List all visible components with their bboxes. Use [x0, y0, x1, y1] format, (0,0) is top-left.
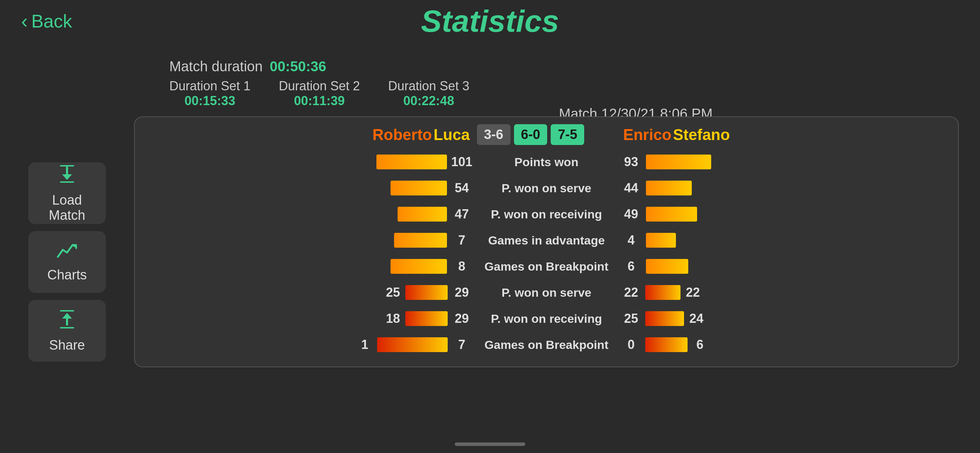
- left-val-pwserve: 54: [451, 181, 473, 196]
- label-pwreceive: P. won on receiving: [473, 207, 620, 221]
- right-bar-pwserve: [646, 181, 692, 196]
- set2-value: 00:11:39: [294, 94, 345, 108]
- players-header: Roberto Luca 3-6 6-0 7-5 Enrico Stefano: [142, 124, 951, 145]
- left-val-pwreceive2: 29: [451, 311, 473, 326]
- charts-icon: [56, 241, 78, 264]
- set3-label: Duration Set 3: [388, 79, 469, 94]
- back-button[interactable]: ‹ Back: [21, 11, 72, 32]
- left-bar-pwserve2: [405, 285, 448, 300]
- left-bar-gbp1: [391, 259, 447, 274]
- back-label: Back: [32, 11, 72, 32]
- stat-row-gadvantage: 7 Games in advantage 4: [142, 229, 951, 251]
- right-bar-points: [646, 154, 711, 169]
- back-chevron-icon: ‹: [21, 11, 28, 31]
- left-bar-points: [376, 154, 447, 169]
- left-bar-pwserve: [391, 181, 447, 196]
- left-val-gbp1: 8: [451, 259, 473, 274]
- left-bar-gadv: [394, 233, 447, 248]
- set1-label: Duration Set 1: [169, 79, 250, 94]
- svg-rect-7: [60, 310, 74, 312]
- set2-info: Duration Set 2 00:11:39: [279, 79, 360, 108]
- load-match-icon: [56, 164, 78, 189]
- label-gbp2: Games on Breakpoint: [473, 338, 620, 352]
- right-val-gadv: 4: [620, 233, 642, 248]
- right-outer-gbp2: 6: [691, 337, 709, 352]
- right-player: Enrico Stefano: [616, 126, 951, 144]
- label-pwserve: P. won on serve: [473, 181, 620, 195]
- match-info-area: Match 12/30/21 8:06 PM Match duration 00…: [169, 53, 804, 108]
- duration-value: 00:50:36: [270, 59, 326, 75]
- stat-row-pwreceive: 47 P. won on receiving 49: [142, 203, 951, 226]
- label-gbp1: Games on Breakpoint: [473, 260, 620, 273]
- label-pwreceive2: P. won on receiving: [473, 312, 620, 326]
- right-val-pwreceive2: 25: [620, 311, 642, 326]
- duration-label: Match duration: [169, 59, 263, 75]
- set1-info: Duration Set 1 00:15:33: [169, 79, 250, 108]
- right-bar-pwreceive2: [645, 311, 684, 326]
- left-val-pwreceive: 47: [451, 207, 473, 222]
- left-bar-gbp2: [377, 337, 448, 352]
- charts-label: Charts: [47, 267, 87, 283]
- left-val-pwserve2: 29: [451, 285, 473, 300]
- stat-row-points-won: 101 Points won 93: [142, 151, 951, 173]
- stats-table: Roberto Luca 3-6 6-0 7-5 Enrico Stefano …: [134, 116, 959, 367]
- side-buttons-panel: LoadMatch Charts Share: [28, 162, 106, 362]
- right-val-pwserve: 44: [620, 181, 642, 196]
- stat-row-pwserve: 54 P. won on serve 44: [142, 177, 951, 199]
- scrollbar[interactable]: [455, 442, 525, 446]
- svg-rect-3: [60, 181, 74, 183]
- scores-area: 3-6 6-0 7-5: [477, 124, 616, 145]
- stat-row-gbp2: 1 7 Games on Breakpoint 0 6: [142, 334, 951, 356]
- set1-value: 00:15:33: [185, 94, 235, 108]
- svg-marker-2: [62, 174, 72, 180]
- share-icon: [56, 309, 78, 334]
- left-bar-pwreceive: [398, 207, 447, 222]
- right-bar-gbp2: [645, 337, 687, 352]
- left-outer-gbp2: 1: [356, 337, 374, 352]
- left-val-gbp2: 7: [451, 337, 473, 352]
- load-match-label: LoadMatch: [49, 192, 85, 223]
- page-title: Statistics: [421, 3, 559, 39]
- right-val-gbp2: 0: [620, 337, 642, 352]
- svg-rect-4: [60, 327, 74, 329]
- label-points-won: Points won: [473, 155, 620, 169]
- stat-row-gbp1: 8 Games on Breakpoint 6: [142, 255, 951, 278]
- right-val-pwreceive: 49: [620, 207, 642, 222]
- set3-value: 00:22:48: [403, 94, 454, 108]
- right-val-gbp1: 6: [620, 259, 642, 274]
- right-val-pwserve2: 22: [620, 285, 642, 300]
- share-button[interactable]: Share: [28, 300, 106, 362]
- charts-button[interactable]: Charts: [28, 231, 106, 293]
- score-set2: 6-0: [514, 124, 547, 145]
- label-gadv: Games in advantage: [473, 234, 620, 247]
- right-outer-pwreceive2: 24: [687, 311, 705, 326]
- left-outer-pwreceive2: 18: [384, 311, 402, 326]
- stat-row-pwreceive2: 18 29 P. won on receiving 25 24: [142, 307, 951, 330]
- right-bar-pwreceive: [646, 207, 697, 222]
- stat-row-pwserve2: 25 29 P. won on serve 22 22: [142, 281, 951, 304]
- right-player-first: Enrico: [623, 126, 671, 143]
- load-match-button[interactable]: LoadMatch: [28, 162, 106, 224]
- left-val-points: 101: [451, 154, 473, 169]
- right-player-last: Stefano: [673, 126, 730, 143]
- svg-rect-0: [60, 165, 74, 167]
- label-pwserve2: P. won on serve: [473, 286, 620, 300]
- share-label: Share: [49, 338, 85, 353]
- right-val-points: 93: [620, 154, 642, 169]
- left-player-last: Luca: [434, 126, 470, 143]
- right-bar-gbp1: [646, 259, 688, 274]
- left-val-gadv: 7: [451, 233, 473, 248]
- left-player: Roberto Luca: [142, 126, 477, 144]
- right-bar-pwserve2: [645, 285, 681, 300]
- set3-info: Duration Set 3 00:22:48: [388, 79, 469, 108]
- set2-label: Duration Set 2: [279, 79, 360, 94]
- score-set3: 7-5: [550, 124, 584, 145]
- right-bar-gadv: [646, 233, 676, 248]
- right-outer-pwserve2: 22: [684, 285, 702, 300]
- score-set1: 3-6: [477, 124, 511, 145]
- left-player-first: Roberto: [372, 126, 432, 143]
- left-outer-pwserve2: 25: [384, 285, 402, 300]
- left-bar-pwreceive2: [405, 311, 448, 326]
- svg-marker-6: [62, 313, 72, 319]
